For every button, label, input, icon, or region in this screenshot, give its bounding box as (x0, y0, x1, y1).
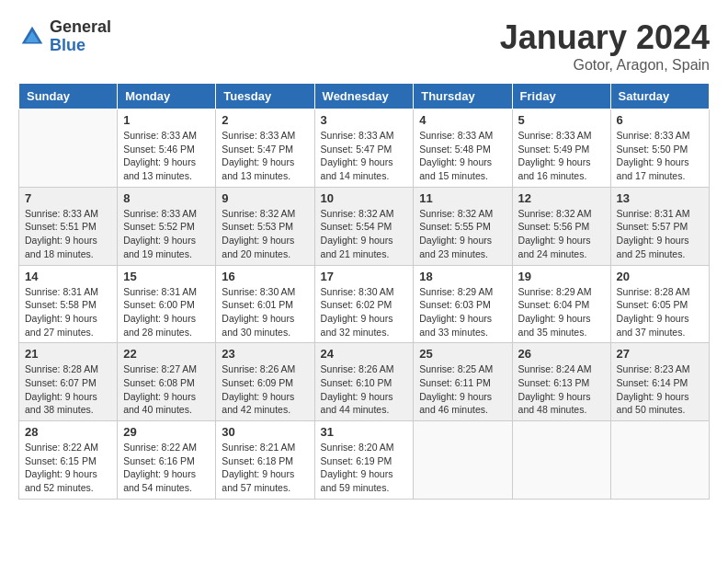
day-info: Sunrise: 8:30 AMSunset: 6:01 PMDaylight:… (222, 285, 308, 339)
day-info: Sunrise: 8:25 AMSunset: 6:11 PMDaylight:… (419, 362, 506, 417)
day-number: 19 (518, 270, 605, 283)
calendar-cell: 16Sunrise: 8:30 AMSunset: 6:01 PMDayligh… (216, 265, 314, 343)
calendar-cell: 4Sunrise: 8:33 AMSunset: 5:48 PMDaylight… (414, 109, 512, 188)
day-number: 5 (518, 113, 605, 127)
day-info: Sunrise: 8:31 AMSunset: 6:00 PMDaylight:… (123, 285, 210, 339)
calendar-header-row: SundayMondayTuesdayWednesdayThursdayFrid… (19, 84, 710, 109)
calendar-cell: 28Sunrise: 8:22 AMSunset: 6:15 PMDayligh… (19, 421, 118, 500)
calendar-cell: 7Sunrise: 8:33 AMSunset: 5:51 PMDaylight… (19, 187, 118, 265)
calendar-cell (19, 109, 118, 188)
calendar-day-header: Wednesday (314, 84, 414, 109)
calendar-day-header: Monday (118, 84, 216, 109)
calendar-cell: 23Sunrise: 8:26 AMSunset: 6:09 PMDayligh… (216, 343, 314, 421)
day-info: Sunrise: 8:32 AMSunset: 5:56 PMDaylight:… (518, 207, 605, 261)
day-number: 22 (123, 347, 210, 361)
calendar-day-header: Friday (512, 84, 610, 109)
calendar-cell: 1Sunrise: 8:33 AMSunset: 5:46 PMDaylight… (118, 109, 216, 188)
calendar-cell: 6Sunrise: 8:33 AMSunset: 5:50 PMDaylight… (610, 109, 709, 188)
logo: General Blue (18, 18, 111, 55)
calendar-week-row: 7Sunrise: 8:33 AMSunset: 5:51 PMDaylight… (19, 187, 710, 265)
calendar-cell: 19Sunrise: 8:29 AMSunset: 6:04 PMDayligh… (512, 265, 610, 343)
calendar-day-header: Tuesday (216, 84, 314, 109)
calendar-week-row: 14Sunrise: 8:31 AMSunset: 5:58 PMDayligh… (19, 265, 710, 343)
calendar-cell: 27Sunrise: 8:23 AMSunset: 6:14 PMDayligh… (610, 343, 709, 421)
calendar-cell: 20Sunrise: 8:28 AMSunset: 6:05 PMDayligh… (610, 265, 709, 343)
day-number: 30 (222, 425, 308, 439)
day-number: 14 (25, 270, 111, 283)
calendar-cell: 9Sunrise: 8:32 AMSunset: 5:53 PMDaylight… (216, 187, 314, 265)
day-number: 11 (419, 191, 506, 205)
day-info: Sunrise: 8:33 AMSunset: 5:47 PMDaylight:… (222, 129, 308, 183)
day-info: Sunrise: 8:23 AMSunset: 6:14 PMDaylight:… (617, 362, 703, 417)
day-number: 6 (617, 113, 703, 127)
day-info: Sunrise: 8:32 AMSunset: 5:54 PMDaylight:… (321, 207, 408, 261)
day-info: Sunrise: 8:29 AMSunset: 6:03 PMDaylight:… (419, 285, 506, 339)
calendar-week-row: 21Sunrise: 8:28 AMSunset: 6:07 PMDayligh… (19, 343, 710, 421)
calendar-cell (610, 421, 709, 500)
day-number: 24 (321, 347, 408, 361)
day-number: 20 (617, 270, 703, 283)
day-number: 10 (321, 191, 408, 205)
calendar-cell: 5Sunrise: 8:33 AMSunset: 5:49 PMDaylight… (512, 109, 610, 188)
calendar-cell: 14Sunrise: 8:31 AMSunset: 5:58 PMDayligh… (19, 265, 118, 343)
day-info: Sunrise: 8:31 AMSunset: 5:58 PMDaylight:… (25, 285, 111, 339)
day-info: Sunrise: 8:26 AMSunset: 6:10 PMDaylight:… (321, 362, 408, 417)
day-number: 12 (518, 191, 605, 205)
day-number: 13 (617, 191, 703, 205)
day-number: 3 (321, 113, 408, 127)
logo-icon (18, 23, 46, 51)
day-number: 7 (25, 191, 111, 205)
day-number: 8 (123, 191, 210, 205)
calendar-body: 1Sunrise: 8:33 AMSunset: 5:46 PMDaylight… (19, 109, 710, 500)
calendar-day-header: Thursday (414, 84, 512, 109)
main-title: January 2024 (500, 18, 710, 57)
day-number: 21 (25, 347, 111, 361)
day-info: Sunrise: 8:32 AMSunset: 5:55 PMDaylight:… (419, 207, 506, 261)
calendar-cell: 3Sunrise: 8:33 AMSunset: 5:47 PMDaylight… (314, 109, 414, 188)
calendar-cell: 22Sunrise: 8:27 AMSunset: 6:08 PMDayligh… (118, 343, 216, 421)
logo-text: General Blue (50, 18, 111, 55)
page-header: General Blue January 2024 Gotor, Aragon,… (18, 18, 710, 74)
day-info: Sunrise: 8:28 AMSunset: 6:05 PMDaylight:… (617, 285, 703, 339)
day-info: Sunrise: 8:29 AMSunset: 6:04 PMDaylight:… (518, 285, 605, 339)
calendar-cell: 29Sunrise: 8:22 AMSunset: 6:16 PMDayligh… (118, 421, 216, 500)
calendar-cell: 25Sunrise: 8:25 AMSunset: 6:11 PMDayligh… (414, 343, 512, 421)
logo-blue: Blue (50, 37, 111, 55)
subtitle: Gotor, Aragon, Spain (500, 57, 710, 74)
day-number: 23 (222, 347, 308, 361)
calendar-cell: 8Sunrise: 8:33 AMSunset: 5:52 PMDaylight… (118, 187, 216, 265)
day-number: 28 (25, 425, 111, 439)
day-number: 31 (321, 425, 408, 439)
day-number: 15 (123, 270, 210, 283)
day-info: Sunrise: 8:22 AMSunset: 6:15 PMDaylight:… (25, 441, 111, 495)
day-number: 29 (123, 425, 210, 439)
calendar-day-header: Sunday (19, 84, 118, 109)
calendar-cell: 11Sunrise: 8:32 AMSunset: 5:55 PMDayligh… (414, 187, 512, 265)
title-section: January 2024 Gotor, Aragon, Spain (500, 18, 710, 74)
calendar-cell: 17Sunrise: 8:30 AMSunset: 6:02 PMDayligh… (314, 265, 414, 343)
calendar-cell: 30Sunrise: 8:21 AMSunset: 6:18 PMDayligh… (216, 421, 314, 500)
calendar-cell: 10Sunrise: 8:32 AMSunset: 5:54 PMDayligh… (314, 187, 414, 265)
calendar-cell: 13Sunrise: 8:31 AMSunset: 5:57 PMDayligh… (610, 187, 709, 265)
logo-general: General (50, 18, 111, 37)
calendar-week-row: 1Sunrise: 8:33 AMSunset: 5:46 PMDaylight… (19, 109, 710, 188)
day-number: 16 (222, 270, 308, 283)
calendar-day-header: Saturday (610, 84, 709, 109)
day-info: Sunrise: 8:31 AMSunset: 5:57 PMDaylight:… (617, 207, 703, 261)
day-info: Sunrise: 8:33 AMSunset: 5:48 PMDaylight:… (419, 129, 506, 183)
calendar-cell (512, 421, 610, 500)
day-number: 25 (419, 347, 506, 361)
day-info: Sunrise: 8:20 AMSunset: 6:19 PMDaylight:… (321, 441, 408, 495)
day-info: Sunrise: 8:33 AMSunset: 5:46 PMDaylight:… (123, 129, 210, 183)
calendar-week-row: 28Sunrise: 8:22 AMSunset: 6:15 PMDayligh… (19, 421, 710, 500)
day-info: Sunrise: 8:26 AMSunset: 6:09 PMDaylight:… (222, 362, 308, 417)
day-info: Sunrise: 8:27 AMSunset: 6:08 PMDaylight:… (123, 362, 210, 417)
day-number: 2 (222, 113, 308, 127)
day-info: Sunrise: 8:22 AMSunset: 6:16 PMDaylight:… (123, 441, 210, 495)
calendar-cell: 18Sunrise: 8:29 AMSunset: 6:03 PMDayligh… (414, 265, 512, 343)
calendar-cell: 15Sunrise: 8:31 AMSunset: 6:00 PMDayligh… (118, 265, 216, 343)
day-info: Sunrise: 8:33 AMSunset: 5:50 PMDaylight:… (617, 129, 703, 183)
day-info: Sunrise: 8:24 AMSunset: 6:13 PMDaylight:… (518, 362, 605, 417)
day-info: Sunrise: 8:21 AMSunset: 6:18 PMDaylight:… (222, 441, 308, 495)
calendar: SundayMondayTuesdayWednesdayThursdayFrid… (18, 83, 710, 500)
